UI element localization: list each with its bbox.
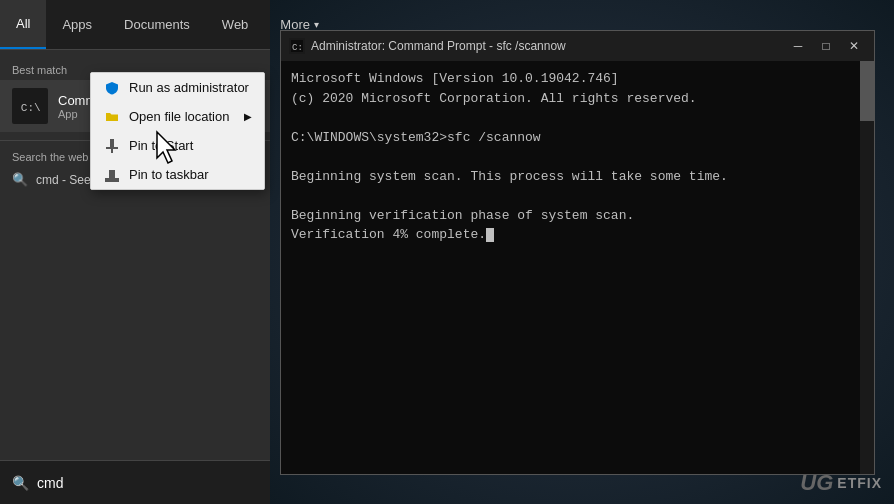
chevron-down-icon: ▾ [314,19,319,30]
folder-icon [103,111,121,123]
nav-tab-documents[interactable]: Documents [108,0,206,49]
cmd-line-8: Beginning verification phase of system s… [291,206,864,226]
search-nav-bar: All Apps Documents Web More ▾ [0,0,270,50]
submenu-chevron-icon: ▶ [244,111,252,122]
cmd-titlebar-left: C:\ Administrator: Command Prompt - sfc … [289,38,566,54]
minimize-button[interactable]: ─ [786,36,810,56]
svg-text:C:\: C:\ [292,43,303,52]
cmd-line-7 [291,186,864,206]
svg-rect-6 [109,170,115,178]
context-menu: Run as administrator Open file location … [90,72,265,190]
cmd-line-2: (c) 2020 Microsoft Corporation. All righ… [291,89,864,109]
svg-rect-5 [105,178,119,182]
close-button[interactable]: ✕ [842,36,866,56]
run-as-admin-label: Run as administrator [129,80,249,95]
svg-text:C:\: C:\ [21,102,41,114]
pin-to-start-label: Pin to Start [129,138,193,153]
search-bar[interactable]: 🔍 cmd [0,460,270,504]
cmd-scrollbar-thumb[interactable] [860,61,874,121]
cmd-line-5 [291,147,864,167]
cmd-body: Microsoft Windows [Version 10.0.19042.74… [281,61,874,474]
cmd-line-9: Verification 4% complete. [291,225,864,245]
pin-to-taskbar-label: Pin to taskbar [129,167,209,182]
search-web-icon: 🔍 [12,172,28,187]
svg-rect-2 [110,139,114,147]
svg-rect-4 [111,149,113,153]
watermark-suffix: ETFIX [837,475,882,491]
search-input-value: cmd [37,475,63,491]
cmd-line-4: C:\WINDOWS\system32>sfc /scannow [291,128,864,148]
shield-icon [103,81,121,95]
cmd-line-6: Beginning system scan. This process will… [291,167,864,187]
pin-start-icon [103,139,121,153]
cmd-app-icon: C:\ [12,88,48,124]
svg-rect-3 [106,147,118,149]
nav-tab-apps-label: Apps [62,17,92,32]
context-menu-run-as-admin[interactable]: Run as administrator [91,73,264,102]
open-file-location-label: Open file location [129,109,229,124]
cursor-blink [486,228,494,242]
cmd-window-title: Administrator: Command Prompt - sfc /sca… [311,39,566,53]
watermark: UG ETFIX [800,470,882,496]
nav-tab-web-label: Web [222,17,249,32]
nav-tab-documents-label: Documents [124,17,190,32]
watermark-prefix: UG [800,470,833,496]
pin-taskbar-icon [103,168,121,182]
nav-tab-apps[interactable]: Apps [46,0,108,49]
maximize-button[interactable]: □ [814,36,838,56]
cmd-scrollbar[interactable] [860,61,874,474]
context-menu-open-file-location[interactable]: Open file location ▶ [91,102,264,131]
cmd-window: C:\ Administrator: Command Prompt - sfc … [280,30,875,475]
search-icon: 🔍 [12,475,29,491]
cmd-line-1: Microsoft Windows [Version 10.0.19042.74… [291,69,864,89]
cmd-titlebar: C:\ Administrator: Command Prompt - sfc … [281,31,874,61]
cmd-window-controls: ─ □ ✕ [786,36,866,56]
context-menu-pin-to-start[interactable]: Pin to Start [91,131,264,160]
context-menu-pin-to-taskbar[interactable]: Pin to taskbar [91,160,264,189]
cmd-line-3 [291,108,864,128]
nav-tab-all[interactable]: All [0,0,46,49]
cmd-window-icon: C:\ [289,38,305,54]
nav-tab-all-label: All [16,16,30,31]
nav-tab-web[interactable]: Web [206,0,265,49]
